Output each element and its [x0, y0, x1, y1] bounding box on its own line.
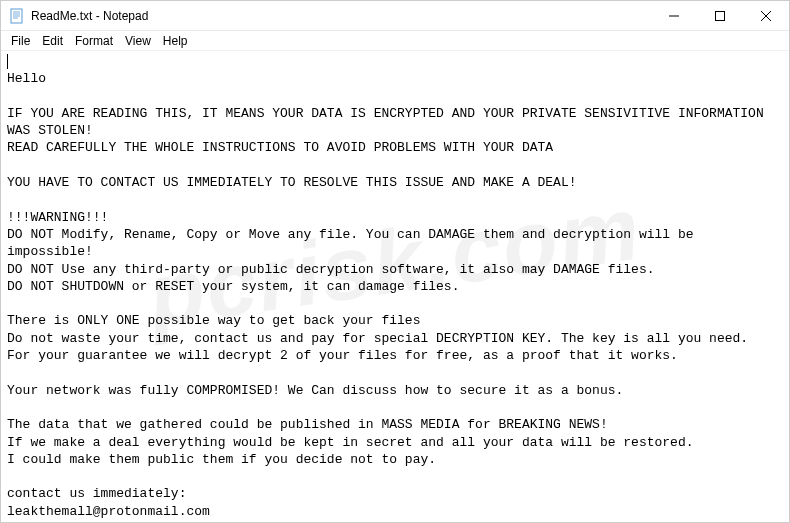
- menu-edit[interactable]: Edit: [36, 32, 69, 50]
- svg-rect-6: [716, 12, 725, 21]
- window-controls: [651, 1, 789, 30]
- menu-format[interactable]: Format: [69, 32, 119, 50]
- menu-file[interactable]: File: [5, 32, 36, 50]
- titlebar: ReadMe.txt - Notepad: [1, 1, 789, 31]
- document-body: Hello IF YOU ARE READING THIS, IT MEANS …: [7, 71, 772, 518]
- notepad-window: ReadMe.txt - Notepad File Edit Format Vi…: [0, 0, 790, 523]
- text-area[interactable]: Hello IF YOU ARE READING THIS, IT MEANS …: [1, 51, 789, 522]
- maximize-button[interactable]: [697, 1, 743, 31]
- text-cursor: [7, 54, 8, 69]
- close-button[interactable]: [743, 1, 789, 31]
- menu-view[interactable]: View: [119, 32, 157, 50]
- notepad-icon: [9, 8, 25, 24]
- window-title: ReadMe.txt - Notepad: [31, 9, 651, 23]
- menu-help[interactable]: Help: [157, 32, 194, 50]
- minimize-button[interactable]: [651, 1, 697, 31]
- menubar: File Edit Format View Help: [1, 31, 789, 51]
